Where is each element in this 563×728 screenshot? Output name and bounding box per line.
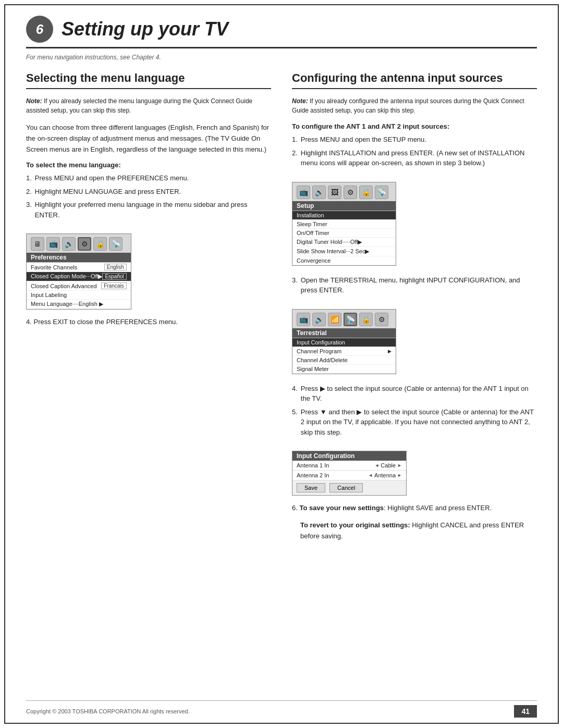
page-number: 41 [514, 705, 537, 718]
copyright-text: Copyright © 2003 TOSHIBA CORPORATION All… [26, 708, 190, 714]
page-border [4, 4, 559, 724]
page-footer: Copyright © 2003 TOSHIBA CORPORATION All… [26, 700, 537, 718]
